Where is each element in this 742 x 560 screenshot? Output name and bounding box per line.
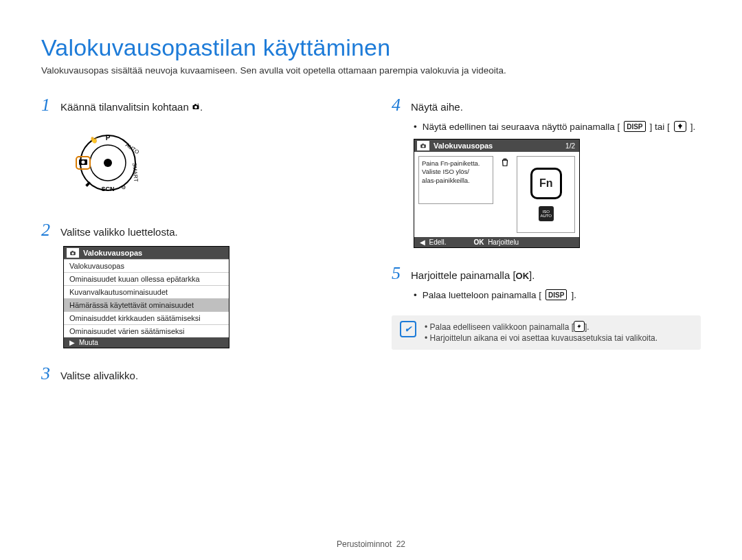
menu-row: Valokuvausopas: [64, 259, 229, 272]
step-1-number: 1: [41, 95, 54, 115]
ok-icon: OK: [516, 271, 530, 281]
svg-point-5: [104, 159, 112, 167]
note-icon: ✔: [400, 321, 416, 337]
footer-back-label: Edell.: [429, 238, 447, 246]
disp-icon: DISP: [546, 289, 567, 300]
svg-rect-18: [71, 251, 74, 251]
svg-text:✋: ✋: [88, 133, 100, 146]
svg-text:SMART: SMART: [131, 162, 139, 182]
macro-icon: [674, 121, 686, 132]
svg-text:P: P: [106, 134, 111, 142]
svg-text:SCN: SCN: [101, 186, 114, 192]
page-title: Valokuvausopastilan käyttäminen: [41, 34, 701, 61]
menu-row: Ominaisuudet kuuan ollessa epätarkka: [64, 272, 229, 285]
note-box: ✔ Palaa edelliseen valikkoon painamalla …: [392, 315, 701, 350]
intro-text: Valokuvausopas sisältää neuvoja kuvaamis…: [41, 65, 701, 76]
step-4-text: Näytä aihe.: [411, 101, 463, 113]
menu-screen-illustration: Valokuvausopas Valokuvausopas Ominaisuud…: [63, 246, 229, 348]
guide-page-indicator: 1/2: [565, 142, 575, 150]
svg-point-2: [194, 106, 197, 109]
menu-header-title: Valokuvausopas: [83, 249, 142, 257]
fn-button-illustration: Fn: [530, 168, 562, 199]
menu-row: Ominaisuddet kirkkauden säätämiseksi: [64, 311, 229, 324]
svg-point-14: [82, 161, 85, 164]
page-footer: Perustoiminnot 22: [0, 539, 742, 549]
menu-row-selected: Hämärässä käytettävät ominaisuudet: [64, 298, 229, 311]
step-5-text: Harjoittele painamalla [OK].: [411, 269, 535, 281]
flash-icon: [574, 321, 585, 332]
step-2-text: Valitse valikko luettelosta.: [60, 226, 178, 238]
svg-text:▮: ▮: [83, 180, 91, 188]
disp-icon: DISP: [624, 121, 645, 132]
svg-text:⚙: ⚙: [120, 183, 127, 191]
guide-detail-header: Valokuvausopas: [434, 142, 493, 150]
guide-detail-screen: Valokuvausopas 1/2 Paina Fn-painiketta. …: [414, 139, 580, 248]
camera-guide-icon: [67, 248, 79, 258]
step-3-number: 3: [41, 363, 54, 384]
step-1-text: Käännä tilanvalitsin kohtaan .: [60, 101, 203, 113]
menu-row: Ominaisuudet värien säätämiseksi: [64, 324, 229, 337]
svg-point-17: [71, 252, 74, 254]
step-4-number: 4: [392, 95, 404, 115]
camera-guide-icon: [417, 141, 429, 150]
svg-rect-1: [194, 104, 196, 106]
triangle-right-icon: ▶: [69, 339, 75, 346]
step-5-bullet: Palaa luetteloon painamalla [DISP].: [414, 289, 701, 300]
footer-practice-label: Harjoittelu: [488, 238, 519, 246]
mode-dial-illustration: P AUTO SMART ⚙ SCN ▮ ✋: [63, 125, 146, 194]
trash-icon: [500, 157, 510, 167]
step-3-text: Valitse alivalikko.: [60, 370, 138, 381]
menu-row: Kuvanvalkautusominaisuudet: [64, 285, 229, 298]
guide-mode-icon: [192, 102, 200, 111]
note-line-2: Harjoittelun aikana ei voi asettaa kuvau…: [425, 333, 657, 343]
note-line-1: Palaa edelliseen valikkoon painamalla []…: [425, 321, 657, 332]
svg-point-20: [422, 145, 424, 147]
step-2-number: 2: [41, 220, 54, 240]
guide-hint-text: Paina Fn-painiketta. Valiste ISO ylös/ a…: [418, 156, 493, 204]
menu-footer-label: Muuta: [79, 339, 98, 346]
svg-text:AUTO: AUTO: [124, 142, 140, 155]
iso-chip-icon: ISO AUTO: [539, 206, 554, 221]
guide-preview-pane: Fn ISO AUTO: [517, 156, 575, 233]
step-5-number: 5: [392, 263, 404, 284]
triangle-left-icon: ◀: [420, 238, 425, 246]
ok-icon: OK: [474, 238, 484, 246]
svg-rect-21: [422, 144, 424, 144]
step-4-bullet: Näytä edellinen tai seuraava näyttö pain…: [414, 121, 701, 132]
